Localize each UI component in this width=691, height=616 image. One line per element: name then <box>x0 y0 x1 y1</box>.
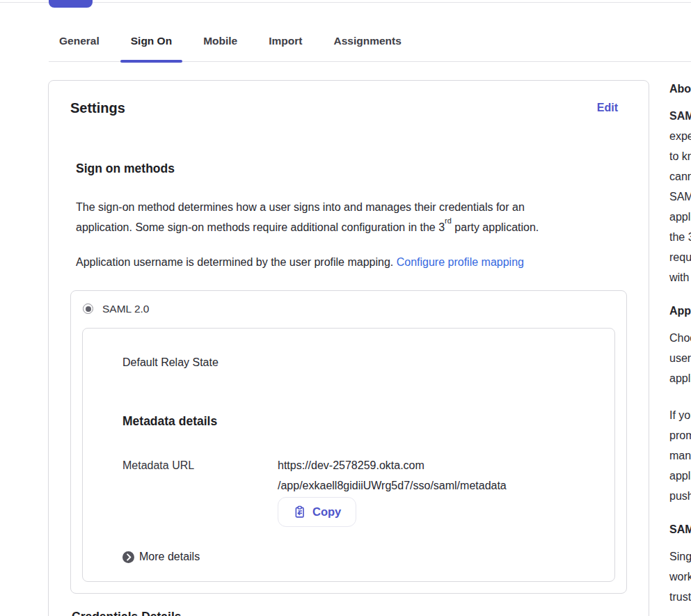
saml-radio-row[interactable]: SAML 2.0 <box>82 302 615 315</box>
tab-mobile[interactable]: Mobile <box>193 26 248 61</box>
sign-on-methods-heading: Sign on methods <box>76 161 627 176</box>
tab-general[interactable]: General <box>49 26 110 61</box>
copy-button-label: Copy <box>312 505 341 519</box>
copy-clipboard-icon <box>293 505 306 519</box>
saml-option-box: SAML 2.0 Default Relay State Metadata de… <box>70 290 627 594</box>
edit-button[interactable]: Edit <box>597 102 618 114</box>
application-username-heading: Application Username <box>669 304 691 318</box>
application-username-paragraph-2: If you select None you will be prompted … <box>669 405 691 506</box>
chevron-right-circle-icon <box>122 551 134 563</box>
about-paragraph: SAML 2.0 streamlines the end user experi… <box>669 106 691 287</box>
saml-setup-paragraph: Single Sign On using SAML will not work … <box>669 546 691 607</box>
username-mapping-note: Application username is determined by th… <box>76 252 627 272</box>
metadata-url-row: Metadata URL https://dev-2578259.okta.co… <box>122 455 584 527</box>
about-heading: About <box>669 82 691 96</box>
tab-assignments[interactable]: Assignments <box>323 26 411 61</box>
help-sidebar: About SAML 2.0 streamlines the end user … <box>669 82 691 616</box>
configure-profile-mapping-link[interactable]: Configure profile mapping <box>397 256 524 268</box>
description-line-2-end: party application. <box>452 221 539 233</box>
app-tab-bar: General Sign On Mobile Import Assignment… <box>49 26 691 62</box>
metadata-details-heading: Metadata details <box>122 413 584 429</box>
username-note-text: Application username is determined by th… <box>76 256 393 268</box>
ordinal-superscript: rd <box>445 216 452 225</box>
metadata-url-line-2: /app/exkaell8gidiiUWrg5d7/sso/saml/metad… <box>278 480 507 491</box>
tab-import[interactable]: Import <box>258 26 312 61</box>
copy-button[interactable]: Copy <box>278 497 356 527</box>
metadata-url-value: https://dev-2578259.okta.com/app/exkaell… <box>278 455 507 496</box>
settings-title: Settings <box>70 100 125 117</box>
metadata-url-label: Metadata URL <box>122 455 278 527</box>
more-details-label: More details <box>139 551 200 563</box>
settings-card-header: Settings Edit <box>70 100 627 117</box>
more-details-toggle[interactable]: More details <box>122 551 584 563</box>
top-blue-button-fragment[interactable] <box>49 0 93 8</box>
metadata-url-line-1: https://dev-2578259.okta.com <box>278 459 424 471</box>
saml-setup-heading: SAML Setup <box>669 523 691 537</box>
saml-radio-label: SAML 2.0 <box>102 303 150 315</box>
about-line-1: SAML 2.0 streamlines the end user <box>669 110 691 122</box>
description-line-1: The sign-on method determines how a user… <box>76 201 525 213</box>
metadata-url-value-column: https://dev-2578259.okta.com/app/exkaell… <box>278 455 507 527</box>
default-relay-state-label: Default Relay State <box>122 356 584 369</box>
about-lines: experience by not requiring the user to … <box>669 126 691 287</box>
sign-on-description: The sign-on method determines how a user… <box>76 197 627 237</box>
credentials-details-heading: Credentials Details <box>72 609 627 616</box>
tab-sign-on[interactable]: Sign On <box>120 26 182 61</box>
application-username-paragraph-1: Choose a format to use as the default us… <box>669 328 691 388</box>
saml-details-box: Default Relay State Metadata details Met… <box>82 328 615 582</box>
radio-selected-icon[interactable] <box>83 303 93 314</box>
settings-card: Settings Edit Sign on methods The sign-o… <box>48 80 649 616</box>
top-divider <box>0 2 691 3</box>
description-line-2: application. Some sign-on methods requir… <box>76 221 445 233</box>
